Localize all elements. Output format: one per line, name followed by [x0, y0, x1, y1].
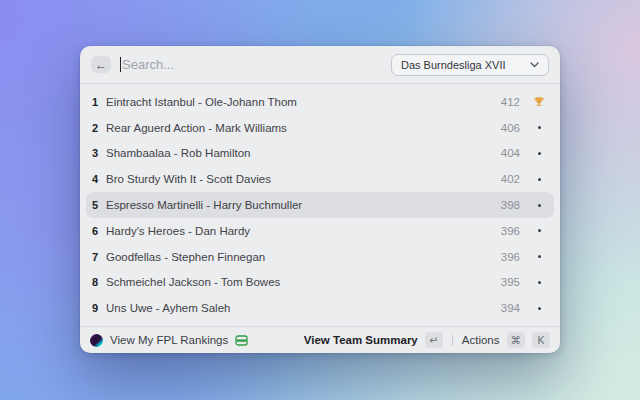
- search-header: ← Search... Das Burndesliga XVII: [80, 46, 560, 83]
- row-title: Rear Aguerd Action - Mark Williams: [106, 122, 501, 134]
- footer-separator: [452, 335, 453, 346]
- row-title: Uns Uwe - Ayhem Saleh: [106, 302, 501, 314]
- row-rank: 1: [92, 96, 106, 108]
- row-rank: 3: [92, 147, 106, 159]
- row-points: 412: [501, 96, 520, 108]
- ranking-row[interactable]: 6Hardy's Heroes - Dan Hardy396: [86, 218, 554, 244]
- dot-icon: [532, 126, 546, 129]
- back-arrow-icon: ←: [95, 59, 107, 71]
- actions-label[interactable]: Actions: [462, 334, 500, 346]
- back-button[interactable]: ←: [91, 56, 111, 73]
- row-points: 406: [501, 122, 520, 134]
- row-rank: 2: [92, 122, 106, 134]
- dot-icon: [532, 178, 546, 181]
- dot-icon: [532, 255, 546, 258]
- chevron-down-icon: [530, 62, 539, 68]
- row-points: 396: [501, 251, 520, 263]
- row-rank: 4: [92, 173, 106, 185]
- row-rank: 6: [92, 225, 106, 237]
- ranking-row[interactable]: 5Espresso Martinelli - Harry Buchmuller3…: [86, 192, 554, 218]
- ranking-row[interactable]: 8Schmeichel Jackson - Tom Bowes395: [86, 269, 554, 295]
- row-title: Eintracht Istanbul - Ole-Johann Thom: [106, 96, 501, 108]
- row-title: Espresso Martinelli - Harry Buchmuller: [106, 199, 501, 211]
- rankings-list: 1Eintracht Istanbul - Ole-Johann Thom412…: [80, 84, 560, 326]
- dot-icon: [532, 204, 546, 207]
- row-title: Schmeichel Jackson - Tom Bowes: [106, 276, 501, 288]
- text-caret: [120, 57, 121, 72]
- row-rank: 7: [92, 251, 106, 263]
- ranking-row[interactable]: 2Rear Aguerd Action - Mark Williams406: [86, 115, 554, 141]
- dot-icon: [532, 152, 546, 155]
- row-title: Hardy's Heroes - Dan Hardy: [106, 225, 501, 237]
- trophy-icon: [532, 96, 546, 108]
- ranking-row[interactable]: 1Eintracht Istanbul - Ole-Johann Thom412: [86, 89, 554, 115]
- row-points: 404: [501, 147, 520, 159]
- dot-icon: [532, 307, 546, 310]
- k-key-icon[interactable]: K: [532, 332, 550, 348]
- command-key-icon[interactable]: ⌘: [507, 332, 526, 348]
- row-points: 402: [501, 173, 520, 185]
- primary-action-label[interactable]: View Team Summary: [304, 334, 418, 346]
- row-points: 398: [501, 199, 520, 211]
- search-input[interactable]: Search...: [122, 57, 391, 72]
- footer-bar: View My FPL Rankings View Team Summary ↵…: [80, 326, 560, 353]
- desktop-background: { "window": { "search": { "placeholder":…: [0, 0, 640, 400]
- league-dropdown[interactable]: Das Burndesliga XVII: [391, 54, 549, 76]
- command-palette-window: ← Search... Das Burndesliga XVII 1Eintra…: [80, 46, 560, 353]
- return-key-icon[interactable]: ↵: [425, 332, 443, 348]
- league-dropdown-value: Das Burndesliga XVII: [401, 59, 530, 71]
- row-points: 396: [501, 225, 520, 237]
- dot-icon: [532, 281, 546, 284]
- command-label: View My FPL Rankings: [110, 334, 228, 346]
- row-title: Shambaalaa - Rob Hamilton: [106, 147, 501, 159]
- dot-icon: [532, 229, 546, 232]
- rankings-card-icon: [235, 335, 248, 346]
- row-title: Goodfellas - Stephen Finnegan: [106, 251, 501, 263]
- row-rank: 8: [92, 276, 106, 288]
- ranking-row[interactable]: 9Uns Uwe - Ayhem Saleh394: [86, 295, 554, 321]
- row-points: 395: [501, 276, 520, 288]
- ranking-row[interactable]: 7Goodfellas - Stephen Finnegan396: [86, 244, 554, 270]
- row-points: 394: [501, 302, 520, 314]
- ranking-row[interactable]: 3Shambaalaa - Rob Hamilton404: [86, 141, 554, 167]
- row-rank: 5: [92, 199, 106, 211]
- fpl-app-icon: [90, 334, 103, 347]
- ranking-row[interactable]: 4Bro Sturdy With It - Scott Davies402: [86, 166, 554, 192]
- row-rank: 9: [92, 302, 106, 314]
- row-title: Bro Sturdy With It - Scott Davies: [106, 173, 501, 185]
